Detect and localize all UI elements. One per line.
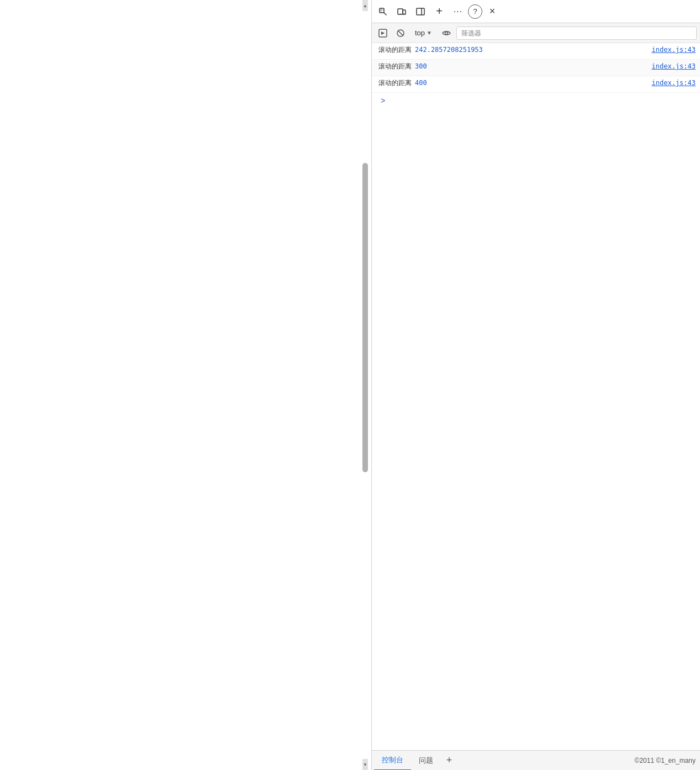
add-tab-button[interactable]: + [430, 3, 448, 20]
filter-input[interactable] [456, 27, 697, 40]
devtools-filter-toolbar: top ▼ [372, 23, 700, 43]
inspect-element-button[interactable] [374, 3, 392, 20]
context-label: top [415, 29, 425, 37]
close-button[interactable]: × [483, 3, 501, 20]
eye-button[interactable] [439, 25, 454, 41]
console-entry-text: 滚动的距离 242.2857208251953 index.js:43 [378, 45, 696, 55]
console-entry: 滚动的距离 300 index.js:43 [372, 60, 700, 76]
device-toggle-button[interactable] [393, 3, 410, 20]
context-selector[interactable]: top ▼ [410, 26, 436, 40]
devtools-bottom-tabs: 控制台 问题 + ©2011 ©1_en_many [372, 750, 700, 770]
console-entry: 滚动的距离 400 index.js:43 [372, 76, 700, 93]
page-scrollbar[interactable] [362, 163, 368, 472]
console-value-2: 300 [415, 62, 427, 70]
add-panel-button[interactable]: + [441, 752, 457, 769]
console-value-3: 400 [415, 79, 427, 87]
console-link-3[interactable]: index.js:43 [652, 79, 696, 87]
svg-rect-3 [417, 8, 424, 15]
svg-line-7 [398, 30, 403, 36]
webpage-content [0, 0, 367, 770]
console-entry-text: 滚动的距离 300 index.js:43 [378, 62, 696, 71]
block-button[interactable] [393, 25, 408, 41]
console-label-2: 滚动的距离 [378, 62, 412, 71]
more-options-button[interactable]: ··· [449, 3, 467, 20]
scroll-down-button[interactable]: ▼ [362, 759, 368, 770]
console-value-1: 242.2857208251953 [415, 46, 483, 54]
console-link-1[interactable]: index.js:43 [652, 46, 696, 54]
bottom-right-text: ©2011 ©1_en_many [635, 757, 698, 764]
svg-rect-0 [380, 8, 384, 13]
devtools-panel: + ··· ? × to [371, 0, 700, 770]
console-content: 滚动的距离 242.2857208251953 index.js:43 滚动的距… [372, 43, 700, 750]
console-link-2[interactable]: index.js:43 [652, 62, 696, 70]
console-label-1: 滚动的距离 [378, 45, 412, 55]
console-label-3: 滚动的距离 [378, 78, 412, 88]
console-entry: 滚动的距离 242.2857208251953 index.js:43 [372, 43, 700, 60]
console-entry-text: 滚动的距离 400 index.js:43 [378, 78, 696, 88]
dropdown-arrow-icon: ▼ [427, 30, 432, 36]
tab-console[interactable]: 控制台 [374, 751, 411, 771]
help-button[interactable]: ? [468, 4, 482, 19]
devtools-top-toolbar: + ··· ? × [372, 0, 700, 23]
sidebar-toggle-button[interactable] [412, 3, 429, 20]
svg-point-8 [445, 31, 448, 34]
execute-context-button[interactable] [375, 25, 391, 41]
tab-issues[interactable]: 问题 [411, 751, 441, 771]
console-expand-icon[interactable]: > [378, 95, 387, 106]
scroll-up-button[interactable]: ▲ [362, 0, 368, 11]
console-expand-row: > [372, 93, 700, 109]
